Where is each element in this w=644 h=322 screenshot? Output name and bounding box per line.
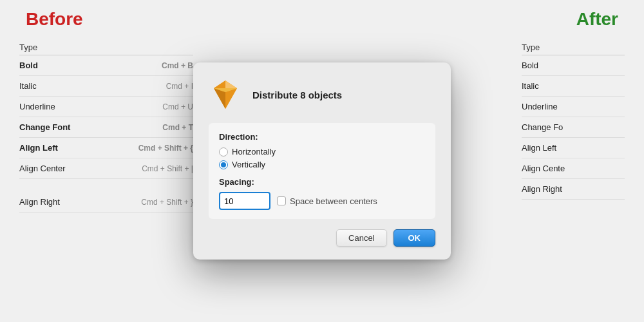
spacing-input[interactable] [219,192,270,210]
direction-label: Direction: [219,132,425,142]
space-between-centers-text: Space between centers [290,196,377,206]
space-between-centers-checkbox[interactable] [277,196,286,205]
dialog-body: Direction: Horizontally Vertically Spaci… [209,123,435,219]
radio-vertically[interactable]: Vertically [219,160,425,169]
sketch-gem-icon [209,78,242,111]
ok-button[interactable]: OK [393,229,436,247]
dialog-title: Distribute 8 objects [252,90,342,100]
radio-horizontally-label: Horizontally [232,147,276,156]
spacing-label: Spacing: [219,177,425,187]
space-between-centers-label[interactable]: Space between centers [277,196,377,206]
radio-vertically-label: Vertically [232,160,265,169]
dialog: Distribute 8 objects Direction: Horizont… [193,62,451,260]
dialog-header: Distribute 8 objects [209,78,435,111]
radio-horizontally-circle [219,147,228,156]
radio-vertically-circle [219,160,228,169]
spacing-section: Spacing: Space between centers [219,177,425,210]
dialog-footer: Cancel OK [209,229,435,247]
radio-horizontally[interactable]: Horizontally [219,147,425,156]
spacing-row: Space between centers [219,192,425,210]
cancel-button[interactable]: Cancel [336,229,386,247]
dialog-overlay: Distribute 8 objects Direction: Horizont… [0,0,644,322]
direction-radio-group: Horizontally Vertically [219,147,425,169]
